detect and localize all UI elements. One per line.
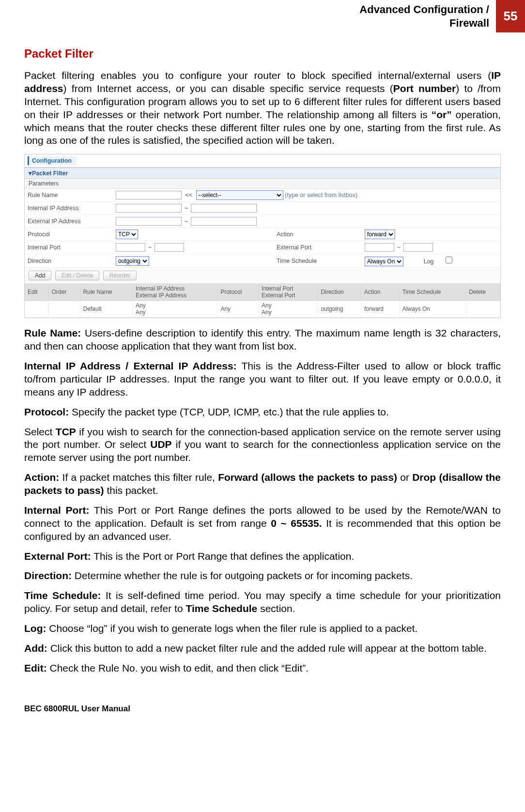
col-port: Internal Port External Port: [259, 284, 318, 301]
cell-edit[interactable]: [25, 301, 48, 318]
intro-paragraph: Packet filtering enables you to configur…: [24, 69, 501, 147]
external-ip-to-input[interactable]: [191, 217, 257, 226]
cell-direction: outgoing: [318, 301, 361, 318]
def-log: Log: Choose “log” if you wish to generat…: [24, 622, 501, 635]
cell-rule-name: Default: [80, 301, 132, 318]
def-protocol: Protocol: Specify the packet type (TCP, …: [24, 406, 501, 419]
button-row: Add Edit / Delete Reorder: [25, 268, 500, 284]
external-ip-label: External IP Address: [25, 215, 113, 228]
internal-ip-to-input[interactable]: [191, 204, 257, 213]
direction-label: Direction: [25, 254, 113, 268]
def-internal-port: Internal Port: This Port or Port Range d…: [24, 504, 501, 543]
internal-port-to-input[interactable]: [154, 243, 184, 252]
col-time-schedule: Time Schedule: [399, 284, 465, 301]
internal-port-from-input[interactable]: [116, 243, 145, 252]
reorder-button[interactable]: Reorder: [103, 271, 137, 280]
table-row: Default Any Any Any Any Any outgoing for…: [25, 301, 500, 318]
cell-port: Any Any: [259, 301, 318, 318]
col-direction: Direction: [318, 284, 361, 301]
select-hint: (type or select from listbox): [285, 192, 357, 199]
internal-ip-from-input[interactable]: [116, 204, 182, 213]
lt-lt-label: <<: [183, 192, 194, 199]
config-tab-bar: Configuration: [25, 154, 500, 168]
col-ip: Internal IP Address External IP Address: [133, 284, 217, 301]
header-line-1: Advanced Configuration /: [359, 3, 489, 15]
log-label: Log: [424, 258, 434, 265]
section-title: Packet Filter: [24, 47, 501, 61]
def-rule-name: Rule Name: Users-define description to i…: [24, 327, 501, 353]
cell-order: [48, 301, 80, 318]
rule-name-input[interactable]: [116, 191, 182, 199]
def-action: Action: If a packet matches this filter …: [24, 471, 501, 497]
rule-name-select[interactable]: --select--: [196, 190, 283, 200]
time-schedule-label: Time Schedule: [274, 254, 362, 268]
col-delete: Delete: [466, 284, 500, 301]
def-direction: Direction: Determine whether the rule is…: [24, 569, 501, 582]
rule-name-label: Rule Name: [25, 189, 113, 202]
def-ip-address: Internal IP Address / External IP Addres…: [24, 360, 501, 399]
def-edit: Edit: Check the Rule No. you wish to edi…: [24, 662, 501, 675]
def-time-schedule: Time Schedule: It is self-defined time p…: [24, 589, 501, 615]
log-checkbox[interactable]: [446, 257, 452, 263]
col-edit: Edit: [25, 284, 48, 301]
footer-manual-title: BEC 6800RUL User Manual: [24, 704, 501, 714]
col-action: Action: [361, 284, 399, 301]
page-header-title: Advanced Configuration / Firewall: [359, 0, 496, 32]
def-add: Add: Click this button to add a new pack…: [24, 642, 501, 655]
protocol-select[interactable]: TCP: [116, 230, 138, 239]
protocol-label: Protocol: [25, 228, 113, 241]
col-rule-name: Rule Name: [80, 284, 132, 301]
direction-select[interactable]: outgoing: [116, 256, 149, 266]
parameters-form: Rule Name << --select-- (type or select …: [25, 189, 500, 268]
cell-protocol: Any: [217, 301, 259, 318]
cell-action: forward: [361, 301, 399, 318]
add-button[interactable]: Add: [29, 271, 51, 280]
cell-ip: Any Any: [133, 301, 217, 318]
time-schedule-select[interactable]: Always On: [365, 257, 403, 266]
external-ip-from-input[interactable]: [116, 217, 182, 226]
parameters-label: Parameters: [25, 179, 500, 189]
def-external-port: External Port: This is the Port or Port …: [24, 550, 501, 563]
cell-delete[interactable]: [466, 301, 500, 318]
configuration-tab[interactable]: Configuration: [28, 156, 77, 165]
header-line-2: Firewall: [449, 17, 489, 29]
configuration-screenshot: Configuration ▾Packet Filter Parameters …: [24, 154, 501, 318]
grid-header-row: Edit Order Rule Name Internal IP Address…: [25, 284, 500, 301]
internal-port-label: Internal Port: [25, 241, 113, 254]
col-order: Order: [48, 284, 80, 301]
action-select[interactable]: forward: [365, 230, 395, 239]
edit-delete-button[interactable]: Edit / Delete: [55, 271, 99, 280]
col-protocol: Protocol: [217, 284, 259, 301]
rules-grid: Edit Order Rule Name Internal IP Address…: [25, 284, 500, 318]
def-protocol-detail: Select TCP if you wish to search for the…: [24, 426, 501, 465]
external-port-from-input[interactable]: [365, 243, 394, 252]
internal-ip-label: Internal IP Address: [25, 202, 113, 215]
action-label: Action: [274, 228, 362, 241]
external-port-to-input[interactable]: [403, 243, 433, 252]
cell-time-schedule: Always On: [399, 301, 465, 318]
external-port-label: External Port: [274, 241, 362, 254]
page-number-badge: 55: [496, 0, 525, 32]
packet-filter-panel-title: ▾Packet Filter: [25, 168, 500, 179]
